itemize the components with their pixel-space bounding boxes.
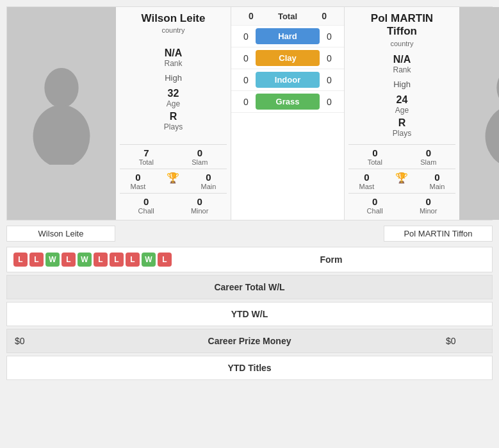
indoor-button[interactable]: Indoor: [256, 72, 320, 88]
left-age-label: Age: [120, 99, 227, 108]
right-minor-cell: 0 Minor: [420, 196, 438, 215]
form-badge-5: L: [94, 253, 108, 267]
left-player-country: country: [142, 26, 206, 34]
right-rank-label: Rank: [348, 65, 455, 74]
total-label: Total: [278, 12, 297, 21]
ytd-titles-label: YTD Titles: [53, 363, 446, 373]
right-player-photo: [459, 7, 499, 220]
right-player-country: country: [371, 40, 433, 47]
form-badge-4: W: [78, 253, 92, 267]
right-plays-value: R: [348, 117, 455, 129]
surface-row-indoor: 0 Indoor 0: [231, 69, 344, 91]
grass-badge: Grass: [256, 94, 320, 110]
ytd-wl-row: YTD W/L: [6, 302, 493, 326]
left-slam-cell: 0 Slam: [192, 147, 208, 166]
right-mast-cell: 0 Mast: [359, 172, 375, 190]
left-player-info: Wilson Leite country N/A Rank High 32 Ag…: [116, 7, 231, 220]
form-badge-7: L: [126, 253, 140, 267]
left-trophy-icon: 🏆: [167, 172, 179, 183]
left-minor-label: Minor: [191, 207, 209, 215]
svg-point-3: [486, 105, 499, 165]
form-badges: L L W L W L L L W L: [13, 253, 172, 267]
grass-button[interactable]: Grass: [256, 94, 320, 110]
right-mast-label: Mast: [359, 183, 375, 190]
hard-badge: Hard: [256, 28, 320, 44]
right-chall-label: Chall: [367, 207, 383, 215]
prize-money-left: $0: [15, 336, 53, 346]
hard-score-left: 0: [236, 31, 256, 42]
center-stats: 0 Total 0 0 Hard 0 0 Clay 0 0: [231, 7, 344, 220]
grass-score-left: 0: [236, 97, 256, 107]
left-main-cell: 0 Main: [201, 172, 217, 190]
left-rank-section: N/A Rank: [120, 47, 227, 68]
left-main-value: 0: [201, 172, 217, 183]
left-plays-section: R Plays: [120, 111, 227, 131]
form-badge-8: W: [142, 253, 156, 267]
right-high-label: High: [348, 77, 455, 92]
player-comparison: Wilson Leite country N/A Rank High 32 Ag…: [6, 6, 493, 220]
left-main-label: Main: [201, 183, 217, 190]
form-badge-9: L: [158, 253, 172, 267]
right-chall-cell: 0 Chall: [367, 196, 383, 215]
left-age-section: 32 Age: [120, 88, 227, 108]
form-badge-3: L: [61, 253, 76, 267]
left-player-photo: [7, 7, 116, 220]
left-mast-value: 0: [131, 172, 146, 183]
indoor-score-left: 0: [236, 75, 256, 85]
left-minor-value: 0: [191, 196, 209, 207]
form-badge-0: L: [13, 253, 28, 267]
form-section: L L W L W L L L W L Form: [6, 247, 493, 272]
left-rank-value: N/A: [120, 47, 227, 59]
indoor-badge: Indoor: [256, 72, 320, 88]
right-player-name-bottom: Pol MARTIN Tiffon: [384, 226, 493, 242]
total-row: 0 Total 0: [231, 7, 344, 26]
right-main-value: 0: [430, 172, 445, 183]
right-trophy: 🏆: [395, 172, 408, 190]
career-total-row: Career Total W/L: [6, 275, 493, 299]
prize-money-row: $0 Career Prize Money $0: [6, 329, 493, 353]
right-main-cell: 0 Main: [430, 172, 445, 190]
right-mast-value: 0: [359, 172, 375, 183]
left-minor-cell: 0 Minor: [191, 196, 209, 215]
right-rank-value: N/A: [348, 54, 455, 65]
right-slam-value: 0: [420, 147, 436, 158]
right-player-name: Pol MARTINTiffon: [371, 12, 433, 38]
form-badge-2: W: [45, 253, 60, 267]
left-player-name: Wilson Leite: [142, 12, 206, 25]
hard-button[interactable]: Hard: [256, 28, 320, 44]
left-plays-value: R: [120, 111, 227, 122]
left-total-label: Total: [139, 158, 154, 166]
right-slam-cell: 0 Slam: [420, 147, 436, 166]
right-player-info: Pol MARTINTiffon country N/A Rank High 2…: [344, 7, 459, 220]
right-chall-value: 0: [367, 196, 383, 207]
total-left-score: 0: [249, 11, 254, 21]
left-slam-label: Slam: [192, 158, 208, 166]
left-player-name-section: Wilson Leite country: [142, 12, 206, 34]
clay-button[interactable]: Clay: [256, 50, 320, 66]
right-player-name-section: Pol MARTINTiffon country: [371, 12, 433, 47]
form-badge-6: L: [110, 253, 124, 267]
right-rank-section: N/A Rank: [348, 54, 455, 74]
left-mast-label: Mast: [131, 183, 146, 190]
right-age-label: Age: [348, 106, 455, 115]
right-minor-label: Minor: [420, 207, 438, 215]
ytd-titles-row: YTD Titles: [6, 356, 493, 380]
right-total-value: 0: [368, 147, 382, 158]
clay-score-left: 0: [236, 53, 256, 63]
form-label: Form: [320, 254, 343, 265]
right-total-label: Total: [368, 158, 382, 166]
left-rank-label: Rank: [120, 59, 227, 68]
clay-score-right: 0: [320, 53, 339, 63]
player-names-row: Wilson Leite Pol MARTIN Tiffon: [6, 226, 493, 242]
right-total-cell: 0 Total: [368, 147, 382, 166]
right-main-label: Main: [430, 183, 445, 190]
left-player-name-bottom: Wilson Leite: [6, 226, 115, 242]
prize-money-label: Career Prize Money: [53, 336, 446, 346]
surface-row-grass: 0 Grass 0: [231, 91, 344, 113]
surface-row-hard: 0 Hard 0: [231, 26, 344, 47]
right-trophy-icon: 🏆: [395, 172, 408, 183]
left-mast-cell: 0 Mast: [131, 172, 146, 190]
right-age-section: 24 Age: [348, 94, 455, 115]
hard-score-right: 0: [320, 31, 339, 42]
svg-point-2: [496, 68, 499, 108]
